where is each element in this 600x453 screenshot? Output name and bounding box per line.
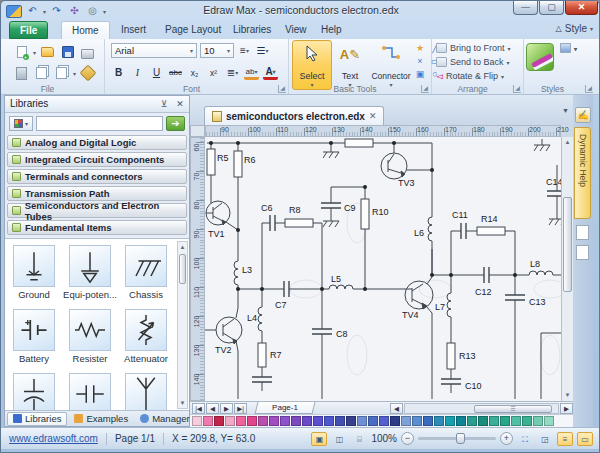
superscript-button[interactable]: x² <box>206 65 221 80</box>
symbol-attenuator[interactable] <box>125 309 167 351</box>
palette-swatch[interactable] <box>478 416 488 426</box>
symbol-scrollbar-thumb[interactable] <box>179 254 186 284</box>
pan-zoom-button[interactable]: ◲ <box>537 432 553 446</box>
symbol-antenna[interactable] <box>125 373 167 412</box>
normal-view-button[interactable]: ▣ <box>311 432 327 446</box>
line-style-button[interactable]: ▾ <box>560 43 577 53</box>
minimize-button[interactable]: — <box>513 1 538 15</box>
pin-icon[interactable]: ⊻ <box>158 98 170 110</box>
category-analog-digital-logic[interactable]: Analog and Digital Logic <box>7 135 187 150</box>
palette-swatch[interactable] <box>247 416 257 426</box>
palette-swatch[interactable] <box>489 416 499 426</box>
resistor-r7[interactable] <box>258 343 266 367</box>
palette-swatch[interactable] <box>192 416 202 426</box>
palette-swatch[interactable] <box>434 416 444 426</box>
underline-button[interactable]: U <box>149 65 164 80</box>
symbol-polarized-capacitor[interactable] <box>13 373 55 412</box>
capacitor-c9[interactable] <box>321 203 341 208</box>
palette-swatch[interactable] <box>346 416 356 426</box>
palette-swatch[interactable] <box>214 416 224 426</box>
palette-swatch[interactable] <box>390 416 400 426</box>
dynamic-help-toggle[interactable]: ≡ <box>557 432 573 446</box>
text-tool-button[interactable]: A✎ Text▾ <box>334 40 366 90</box>
copy-button[interactable] <box>33 65 50 81</box>
capacitor-c7[interactable] <box>284 281 289 297</box>
arrange-dialog-launcher[interactable]: ◢ <box>513 85 521 93</box>
capacitor-c10[interactable] <box>441 379 461 384</box>
symbol-scrollbar[interactable]: ▲ ▼ <box>177 241 188 409</box>
zoom-out-button[interactable]: − <box>401 432 414 445</box>
page-view-button[interactable]: ◫ <box>331 432 347 446</box>
palette-swatch[interactable] <box>456 416 466 426</box>
bold-button[interactable]: B <box>111 65 126 80</box>
highlight-button[interactable]: ab▾ <box>244 65 259 80</box>
capacitor-c11[interactable] <box>461 223 466 239</box>
save-button[interactable] <box>59 44 76 60</box>
task-pane-toggle[interactable]: ▭ <box>577 432 593 446</box>
font-size-select[interactable]: 10▾ <box>200 43 234 58</box>
tab-overflow-icon[interactable]: ▼ <box>562 107 569 114</box>
format-painter-button[interactable] <box>79 65 96 81</box>
inductor-l6[interactable] <box>428 217 432 275</box>
subscript-button[interactable]: x₂ <box>187 65 202 80</box>
transistor-tv3[interactable] <box>381 153 407 179</box>
resistor-r8[interactable] <box>285 219 313 227</box>
scroll-up-icon[interactable]: ▲ <box>178 242 187 252</box>
hscroll-right-button[interactable]: ▶ <box>560 403 573 414</box>
tab-home[interactable]: Home <box>61 21 110 39</box>
connector-tool-button[interactable]: Connector▾ <box>368 40 414 90</box>
palette-swatch[interactable] <box>302 416 312 426</box>
palette-swatch[interactable] <box>522 416 532 426</box>
undo-caret-icon[interactable]: ▾ <box>43 8 46 15</box>
horizontal-scrollbar[interactable]: ☰ <box>404 403 559 414</box>
preview-button[interactable]: ◎ <box>85 4 100 18</box>
palette-swatch[interactable] <box>544 416 554 426</box>
basic-tools-dialog-launcher[interactable]: ◢ <box>421 85 429 93</box>
category-terminals-connectors[interactable]: Terminals and connectors <box>7 169 187 184</box>
scroll-up-icon[interactable]: ▲ <box>562 137 573 148</box>
align-menu-button[interactable]: ≡▾ <box>237 43 252 58</box>
palette-swatch[interactable] <box>379 416 389 426</box>
document-tab-close-icon[interactable]: ✕ <box>369 111 377 121</box>
font-name-select[interactable]: Arial▾ <box>111 43 197 58</box>
hscroll-left-button[interactable]: ◀ <box>390 403 403 414</box>
vertical-scrollbar-thumb[interactable] <box>563 197 572 292</box>
palette-swatch[interactable] <box>368 416 378 426</box>
dynamic-help-tab[interactable]: Dynamic Help <box>574 127 591 219</box>
symbol-resister[interactable] <box>69 309 111 351</box>
drawing-page[interactable]: R5R6 TV1L3 TV2 C6R8 C7L5 L4R7 C8 C9R10 T… <box>205 137 561 401</box>
zoom-in-button[interactable]: + <box>500 432 513 445</box>
bottom-tab-examples[interactable]: Examples <box>69 412 133 426</box>
inductor-l5[interactable] <box>329 285 353 289</box>
styles-dialog-launcher[interactable]: ◢ <box>585 85 593 93</box>
help-page-icon[interactable] <box>576 225 589 240</box>
transistor-tv4[interactable] <box>405 281 433 309</box>
capacitor-c14[interactable] <box>547 191 561 196</box>
inductor-l7[interactable] <box>447 293 451 317</box>
fit-page-button[interactable]: ⛶ <box>517 432 533 446</box>
category-integrated-circuit[interactable]: Integrated Circuit Components <box>7 152 187 167</box>
symbol-capacitor[interactable] <box>69 373 111 412</box>
last-page-button[interactable]: ▶| <box>234 403 247 414</box>
maximize-button[interactable]: ▢ <box>539 1 564 15</box>
resistor-r10[interactable] <box>361 199 369 229</box>
inductor-l3[interactable] <box>234 261 238 285</box>
circuit-diagram[interactable]: R5R6 TV1L3 TV2 C6R8 C7L5 L4R7 C8 C9R10 T… <box>205 137 561 401</box>
app-logo-icon[interactable] <box>6 5 22 18</box>
palette-swatch[interactable] <box>500 416 510 426</box>
palette-swatch[interactable] <box>203 416 213 426</box>
horizontal-scrollbar-thumb[interactable]: ☰ <box>474 405 552 413</box>
palette-swatch[interactable] <box>511 416 521 426</box>
palette-swatch[interactable] <box>412 416 422 426</box>
transistor-tv1[interactable] <box>206 201 238 230</box>
new-document-button[interactable]: + <box>13 44 30 60</box>
symbol-ground[interactable] <box>13 245 55 287</box>
capacitor-below-r7[interactable] <box>252 377 272 382</box>
send-to-back-button[interactable]: Send to Back▾ <box>436 57 510 67</box>
inductor-l8[interactable] <box>529 271 553 275</box>
close-button[interactable]: ✕ <box>565 1 598 15</box>
panel-close-icon[interactable]: ✕ <box>174 98 186 110</box>
bottom-tab-libraries[interactable]: Libraries <box>7 412 67 426</box>
line-spacing-button[interactable]: ≣▾ <box>225 65 240 80</box>
palette-swatch[interactable] <box>445 416 455 426</box>
